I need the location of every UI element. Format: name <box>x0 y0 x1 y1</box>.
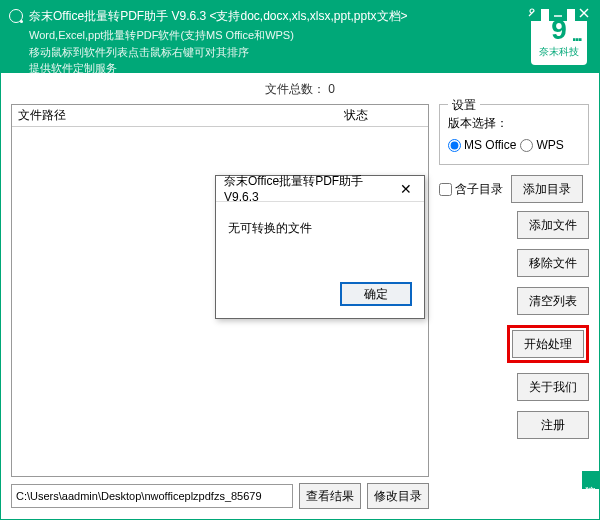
version-label: 版本选择： <box>448 115 580 132</box>
radio-wps-label: WPS <box>536 138 563 152</box>
minimize-button[interactable] <box>549 5 567 21</box>
list-header: 文件路径 状态 <box>12 105 428 127</box>
dialog-close-button[interactable]: ✕ <box>394 179 418 199</box>
radio-msoffice-label: MS Office <box>464 138 516 152</box>
about-button[interactable]: 关于我们 <box>517 373 589 401</box>
title-line2: Word,Excel,ppt批量转PDF软件(支持MS Office和WPS) <box>29 27 531 44</box>
add-dir-button[interactable]: 添加目录 <box>511 175 583 203</box>
close-button[interactable] <box>575 5 593 21</box>
file-total-value: 0 <box>328 82 335 96</box>
right-column: 设置 版本选择： MS Office WPS <box>439 104 589 509</box>
radio-wps[interactable]: WPS <box>520 138 563 152</box>
include-subdir-input[interactable] <box>439 183 452 196</box>
view-result-button[interactable]: 查看结果 <box>299 483 361 509</box>
close-icon: ✕ <box>400 181 412 197</box>
window-controls <box>523 5 593 21</box>
dialog-message: 无可转换的文件 <box>228 221 312 235</box>
visit-site-tab[interactable]: 访问奈末官网 <box>582 471 600 489</box>
remove-file-button[interactable]: 移除文件 <box>517 249 589 277</box>
start-highlight: 开始处理 <box>507 325 589 363</box>
close-icon <box>578 7 590 19</box>
col-path-header[interactable]: 文件路径 <box>12 107 338 124</box>
radio-wps-input[interactable] <box>520 139 533 152</box>
titlebar: 奈末Office批量转PDF助手 V9.6.3 <支持doc,docx,xls,… <box>1 1 599 73</box>
dialog-ok-button[interactable]: 确定 <box>340 282 412 306</box>
subdir-row: 含子目录 添加目录 <box>439 175 589 203</box>
dialog-body: 无可转换的文件 <box>216 202 424 282</box>
radio-msoffice[interactable]: MS Office <box>448 138 516 152</box>
add-file-button[interactable]: 添加文件 <box>517 211 589 239</box>
settings-button[interactable] <box>523 5 541 21</box>
clear-list-button[interactable]: 清空列表 <box>517 287 589 315</box>
output-path-row: 查看结果 修改目录 <box>11 483 429 509</box>
output-path-input[interactable] <box>11 484 293 508</box>
dialog-title-text: 奈末Office批量转PDF助手V9.6.3 <box>224 173 394 204</box>
include-subdir-label: 含子目录 <box>455 181 503 198</box>
title-line3: 移动鼠标到软件列表点击鼠标右键可对其排序 <box>29 44 531 61</box>
include-subdir-checkbox[interactable]: 含子目录 <box>439 181 503 198</box>
register-button[interactable]: 注册 <box>517 411 589 439</box>
col-status-header[interactable]: 状态 <box>338 107 428 124</box>
modify-dir-button[interactable]: 修改目录 <box>367 483 429 509</box>
app-logo-icon <box>9 9 23 23</box>
radio-msoffice-input[interactable] <box>448 139 461 152</box>
wrench-icon <box>526 7 538 19</box>
file-total-row: 文件总数： 0 <box>11 81 589 98</box>
side-buttons: 添加文件 移除文件 清空列表 开始处理 关于我们 注册 <box>439 211 589 439</box>
file-total-label: 文件总数： <box>265 82 325 96</box>
dialog-titlebar: 奈末Office批量转PDF助手V9.6.3 ✕ <box>216 176 424 202</box>
brand-label: 奈末科技 <box>539 45 579 59</box>
title-texts: 奈末Office批量转PDF助手 V9.6.3 <支持doc,docx,xls,… <box>29 7 531 77</box>
settings-legend: 设置 <box>448 97 480 114</box>
start-button[interactable]: 开始处理 <box>512 330 584 358</box>
title-line1: 奈末Office批量转PDF助手 V9.6.3 <支持doc,docx,xls,… <box>29 7 531 25</box>
settings-group: 设置 版本选择： MS Office WPS <box>439 104 589 165</box>
minimize-icon <box>552 7 564 19</box>
version-radio-row: MS Office WPS <box>448 138 580 152</box>
message-dialog: 奈末Office批量转PDF助手V9.6.3 ✕ 无可转换的文件 确定 <box>215 175 425 319</box>
dialog-footer: 确定 <box>216 282 424 318</box>
